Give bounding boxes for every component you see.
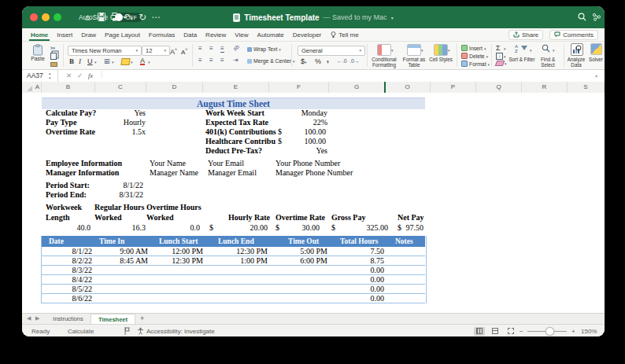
column-header-B[interactable]: B (42, 82, 95, 93)
calculate-status[interactable]: Calculate (68, 328, 94, 335)
fx-icon[interactable]: fx (88, 72, 93, 79)
summary-header[interactable]: Net Pay (398, 213, 424, 222)
column-header-G[interactable]: G (329, 82, 385, 93)
ribbon-tab-page-layout[interactable]: Page Layout (105, 29, 140, 41)
page-break-view-button[interactable] (505, 327, 516, 336)
autosum-icon[interactable]: Σ (496, 44, 501, 52)
prev-sheet-icon[interactable]: ◀ (27, 315, 31, 322)
employee-name[interactable]: Your Name (150, 159, 186, 168)
cell-label[interactable]: Pay Type (46, 118, 76, 127)
formula-input[interactable] (104, 70, 592, 82)
formula-bar-expand-icon[interactable]: ▾ (595, 73, 597, 79)
name-box[interactable]: AA37 (22, 70, 58, 82)
wrap-text-button[interactable]: Wrap Text ▾ (247, 46, 281, 52)
clear-dropdown-icon[interactable]: ▾ (505, 61, 507, 66)
timesheet-cell[interactable]: 0.00 (335, 275, 384, 285)
timesheet-cell[interactable]: 1:00 PM (219, 256, 268, 266)
indent-icon[interactable]: ⇥ (233, 57, 239, 64)
timesheet-cell[interactable]: 12:30 PM (154, 256, 203, 266)
share-button[interactable]: Share (509, 30, 543, 40)
cell-value[interactable]: Hourly (95, 118, 146, 127)
zoom-window-button[interactable] (54, 13, 61, 21)
cancel-icon[interactable]: ✕ (66, 72, 72, 79)
timesheet-cell[interactable]: 0.00 (335, 294, 384, 303)
decrease-decimal-icon[interactable]: .0→ (349, 58, 359, 64)
summary-header[interactable]: Regular Hours (94, 203, 144, 212)
timesheet-cell[interactable]: 0.00 (335, 285, 384, 294)
font-color-dropdown-icon[interactable]: ▾ (148, 60, 150, 64)
ribbon-tab-review[interactable]: Review (205, 29, 226, 41)
format-painter-icon[interactable] (50, 62, 57, 67)
close-window-button[interactable] (30, 13, 38, 21)
summary-currency[interactable]: $ (209, 223, 213, 233)
page-layout-view-button[interactable] (490, 327, 501, 336)
align-left-icon[interactable]: ≡ (198, 57, 202, 64)
timesheet-cell[interactable]: 12:30 PM (219, 247, 268, 256)
share-icon[interactable] (592, 13, 601, 21)
timesheet-cell[interactable]: 8/4/22 (43, 275, 92, 285)
column-header-Q[interactable]: Q (476, 82, 522, 93)
decrease-font-icon[interactable]: A˅ (181, 46, 187, 57)
cell-value[interactable]: 22% (272, 118, 327, 127)
fill-down-icon[interactable]: ↓ (496, 53, 503, 60)
ribbon-tab-draw[interactable]: Draw (81, 29, 96, 41)
align-bottom-icon[interactable]: ≡ (220, 45, 224, 53)
cell-label[interactable]: Overtime Rate (46, 127, 95, 137)
cell-value[interactable]: Yes (95, 108, 146, 118)
cell-value[interactable]: 1.5x (95, 127, 146, 137)
sheet-tab-timesheet[interactable]: Timesheet (91, 314, 135, 325)
cell-label[interactable]: Deduct Pre-Tax? (205, 146, 262, 156)
period-start-value[interactable]: 8/1/22 (96, 181, 143, 190)
orientation-icon[interactable]: ab (232, 43, 240, 51)
sheet-grid[interactable]: August Time Sheet Calculate Pay? Yes Pay… (22, 93, 605, 313)
sheet-title-cell[interactable]: August Time Sheet (42, 97, 425, 109)
cut-icon[interactable]: ✂ (50, 45, 56, 53)
cell-label[interactable]: 401(k) Contributions (205, 127, 276, 137)
column-header-C[interactable]: C (95, 82, 146, 93)
percent-format-icon[interactable]: % (315, 57, 321, 65)
fill-color-icon[interactable] (120, 58, 130, 65)
ribbon-tab-home[interactable]: Home (31, 29, 48, 41)
enter-icon[interactable]: ✓ (77, 72, 83, 79)
summary-value[interactable]: 30.00 (282, 223, 320, 233)
font-name-select[interactable]: Times New Roman▾ (68, 46, 142, 56)
normal-view-button[interactable] (474, 327, 485, 336)
cell-label[interactable]: Healthcare Contribu (205, 137, 276, 146)
period-start-label[interactable]: Period Start: (46, 181, 90, 190)
timesheet-cell[interactable]: 8/2/22 (43, 256, 92, 266)
ribbon-tab-formulas[interactable]: Formulas (149, 29, 175, 41)
timesheet-cell[interactable]: 0.00 (335, 266, 384, 275)
summary-header[interactable]: Workweek (46, 203, 82, 212)
home-icon[interactable]: ⌂ (85, 11, 91, 24)
save-icon[interactable] (98, 13, 105, 21)
timesheet-row[interactable]: 8/2/228:45 AM12:30 PM1:00 PM6:00 PM8.75 (42, 256, 425, 266)
timesheet-cell[interactable]: 8/3/22 (43, 266, 92, 275)
timesheet-cell[interactable]: 7.50 (335, 247, 384, 256)
fill-color-dropdown-icon[interactable]: ▾ (131, 60, 133, 64)
column-header-A[interactable]: A (34, 82, 42, 93)
manager-name[interactable]: Manager Name (150, 168, 198, 178)
ribbon-tab-data[interactable]: Data (183, 29, 197, 41)
manager-phone[interactable]: Manager Phone Number (276, 168, 353, 178)
comma-format-icon[interactable]: , (327, 56, 329, 64)
timesheet-cell[interactable]: 8:45 AM (99, 256, 148, 266)
redo-icon[interactable]: ↻ (139, 11, 146, 24)
timesheet-cell[interactable]: 6:00 PM (279, 256, 327, 266)
timesheet-row[interactable]: 8/3/220.00 (42, 266, 425, 275)
format-cells-button[interactable]: Format ▾ (461, 61, 490, 67)
ribbon-tab-developer[interactable]: Developer (293, 29, 321, 41)
copy-icon[interactable] (50, 53, 57, 60)
summary-value[interactable]: 325.00 (345, 223, 388, 233)
delete-cells-button[interactable]: Delete ▾ (461, 53, 488, 59)
zoom-level[interactable]: 150% (581, 328, 597, 335)
font-color-icon[interactable]: A (140, 57, 145, 65)
timesheet-row[interactable]: 8/1/229:00 AM12:00 PM12:30 PM5:00 PM7.50 (42, 247, 425, 256)
timesheet-cell[interactable]: 9:00 AM (99, 247, 148, 256)
summary-header[interactable]: Overtime Rate (276, 213, 325, 222)
title-chevron-down-icon[interactable]: ▾ (391, 15, 394, 20)
summary-value[interactable]: 16.3 (109, 223, 146, 233)
summary-value[interactable]: 20.00 (228, 223, 268, 233)
cell-value[interactable]: Monday (272, 108, 327, 118)
increase-decimal-icon[interactable]: ←.0 (337, 58, 346, 64)
summary-value[interactable]: 97.50 (386, 223, 423, 233)
